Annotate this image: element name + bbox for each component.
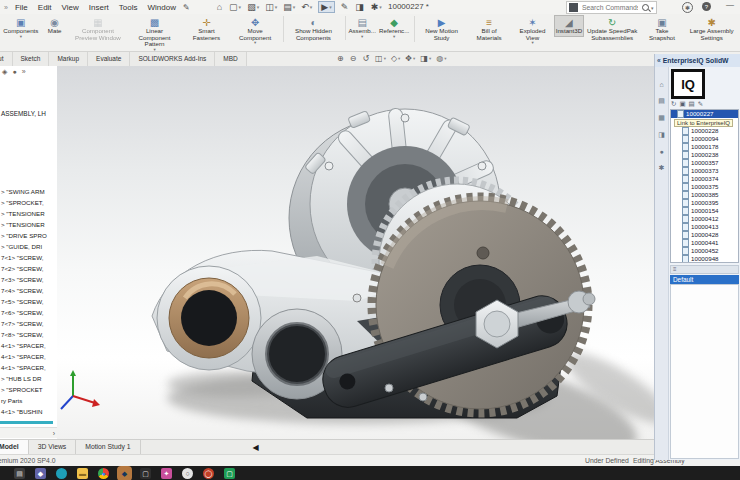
iq-tool-icon[interactable]: ▣ (679, 100, 685, 108)
command-button[interactable]: ≡ Bill of Materials (468, 16, 510, 42)
iq-tree-item[interactable]: 10000373 (671, 167, 738, 175)
taskbar-app-icon[interactable]: ▢ (140, 468, 151, 479)
quick-access-icon[interactable]: ◨ (355, 2, 365, 12)
iq-tree-item[interactable]: 10000154 (671, 207, 738, 215)
dropdown-caret-icon[interactable]: ▾ (361, 35, 363, 39)
view-tool-icon[interactable]: ◇ ▾ (391, 54, 400, 63)
iq-tree-item[interactable]: 10000441 (671, 239, 738, 247)
command-button[interactable]: ▶ New Motion Study (414, 16, 466, 42)
feature-tree-item[interactable]: 4<1> "BUSHIN (1, 406, 57, 417)
quick-access-icon[interactable]: ▧ ▾ (247, 2, 259, 12)
dropdown-caret-icon[interactable]: ▾ (429, 56, 431, 61)
iq-tool-icon[interactable]: ▤ (689, 100, 695, 108)
iq-tree-item[interactable]: 10000094 (671, 135, 738, 143)
iq-tree-item[interactable]: 10000452 (671, 247, 738, 255)
iq-tool-icon[interactable]: ↻ (671, 100, 676, 108)
feature-tree-item[interactable]: 7<5> "SCREW, (1, 296, 57, 307)
command-button[interactable]: ◢ Instant3D (555, 16, 583, 36)
quick-access-icon[interactable]: ▢ ▾ (229, 2, 241, 12)
menu-item[interactable]: View (57, 3, 84, 12)
task-pane-tab-icon[interactable]: ▤ (658, 97, 665, 105)
command-button[interactable]: ✱ Large Assembly Settings (684, 16, 739, 42)
taskbar-app-icon[interactable]: ○ (182, 468, 193, 479)
dropdown-caret-icon[interactable]: ▾ (379, 2, 382, 12)
task-pane-tab-icon[interactable]: ✱ (659, 164, 665, 172)
dropdown-caret-icon[interactable]: ▾ (329, 2, 332, 12)
taskbar-app-icon[interactable]: ▤ (14, 468, 25, 479)
iq-tree-item[interactable]: 10000395 (671, 199, 738, 207)
document-tab[interactable]: 3D Views (29, 440, 77, 455)
search-box[interactable]: ▾ (566, 1, 657, 14)
taskbar-app-icon[interactable]: ◯ (203, 468, 214, 479)
feature-tree-item[interactable]: 4<1> "SPACER, (1, 340, 57, 351)
iq-tree-item[interactable]: 10000428 (671, 231, 738, 239)
feature-tree-item[interactable]: 7<3> "SCREW, (1, 274, 57, 285)
taskbar-app-icon[interactable]: ◆ (35, 468, 46, 479)
taskbar-app-icon[interactable]: ◆ (119, 468, 130, 479)
ribbon-tab[interactable]: Layout (0, 52, 13, 66)
feature-tree-item[interactable]: > "SWING ARM (1, 186, 57, 197)
quick-access-icon[interactable]: ◫ ▾ (265, 2, 277, 12)
iq-tree-item[interactable]: 10000178 (671, 143, 738, 151)
command-button[interactable]: ▤ Assemb... ▾ (345, 16, 377, 40)
iq-tree-item[interactable]: 10000228 (671, 127, 738, 135)
command-button[interactable]: ◆ Referenc... ▾ (379, 16, 410, 40)
dropdown-caret-icon[interactable]: ▾ (254, 41, 256, 45)
iq-tree-item[interactable]: 10000412 (671, 215, 738, 223)
feature-tree-item[interactable]: > "HUB LS DR (1, 373, 57, 384)
dropdown-caret-icon[interactable]: ▾ (257, 2, 260, 12)
dropdown-caret-icon[interactable]: ▾ (384, 56, 386, 61)
feature-tree-item[interactable]: 7<2> "SCREW, (1, 263, 57, 274)
dropdown-caret-icon[interactable]: ▾ (239, 2, 242, 12)
minimize-button[interactable]: — (726, 0, 734, 9)
command-button[interactable]: ✶ Exploded View ▾ (512, 16, 553, 46)
quick-access-icon[interactable]: ⌂ (217, 2, 223, 12)
feature-tree-item[interactable]: > "TENSIONER (1, 219, 57, 230)
view-tool-icon[interactable]: ↺ (362, 54, 370, 63)
view-tool-icon[interactable]: ⊖ (350, 54, 358, 63)
dropdown-caret-icon[interactable]: ▾ (393, 35, 395, 39)
menu-item[interactable]: Window (143, 3, 181, 12)
feature-tree-item[interactable]: 7<1> "SCREW, (1, 252, 57, 263)
ribbon-tab[interactable]: SOLIDWORKS Add-Ins (130, 52, 215, 66)
taskbar-app-icon[interactable]: ✦ (161, 468, 172, 479)
iq-tool-icon[interactable]: ✎ (698, 100, 703, 108)
view-tool-icon[interactable]: ◨ ▾ (420, 54, 431, 63)
graphics-viewport[interactable] (57, 66, 655, 440)
quick-access-icon[interactable]: ✎ (341, 2, 350, 12)
tree-tab-icon[interactable]: ● (12, 68, 16, 76)
iq-tree-item[interactable]: 10000374 (671, 175, 738, 183)
view-tool-icon[interactable]: ◫ ▾ (375, 54, 386, 63)
tab-scroll-left-icon[interactable]: ◀ (253, 443, 259, 452)
assembly-root-label[interactable]: ASSEMBLY, LH (1, 110, 46, 117)
feature-tree-item[interactable]: > "DRIVE SPRO (1, 230, 57, 241)
ribbon-tab[interactable]: MBD (215, 52, 246, 66)
search-input[interactable] (580, 3, 640, 12)
iq-root-item[interactable]: 10000227 (671, 110, 738, 118)
menu-item[interactable]: Tools (114, 3, 143, 12)
dropdown-caret-icon[interactable]: ▾ (20, 35, 22, 39)
feature-tree-item[interactable]: > "TENSIONER (1, 208, 57, 219)
view-tool-icon[interactable]: ✥ ▾ (405, 54, 415, 63)
collapse-chevrons-icon[interactable]: « (657, 57, 661, 64)
dropdown-caret-icon[interactable]: ▾ (293, 2, 296, 12)
command-button[interactable]: ◉ Mate (41, 16, 69, 36)
iq-tree-item[interactable]: 10000413 (671, 223, 738, 231)
tree-tab-icon[interactable]: ◈ (2, 68, 7, 76)
feature-tree-item[interactable]: > "GUIDE, DRI (1, 241, 57, 252)
search-icon[interactable] (642, 4, 649, 11)
horizontal-scrollbar[interactable]: › (0, 427, 57, 438)
ribbon-tab[interactable]: Markup (49, 52, 88, 66)
feature-tree-item[interactable]: > "SPROCKET, (1, 197, 57, 208)
command-button[interactable]: ▩ Linear Component Pattern ▾ (127, 16, 182, 53)
feature-tree-item[interactable]: > "SPROCKET (1, 384, 57, 395)
iq-tree-item[interactable]: 10000238 (671, 151, 738, 159)
ribbon-tab[interactable]: Evaluate (88, 52, 130, 66)
task-pane-tab-icon[interactable]: ● (659, 148, 663, 155)
feature-tree-item[interactable]: 7<7> "SCREW, (1, 318, 57, 329)
feature-tree-item[interactable]: 4<1> "SPACER, (1, 362, 57, 373)
feature-tree-item[interactable]: 7<6> "SCREW, (1, 307, 57, 318)
quick-access-icon[interactable]: ↶ ▾ (301, 2, 312, 12)
feature-tree-item[interactable]: 4<1> "SPACER, (1, 351, 57, 362)
settings-icon[interactable]: ✱ (682, 2, 693, 13)
